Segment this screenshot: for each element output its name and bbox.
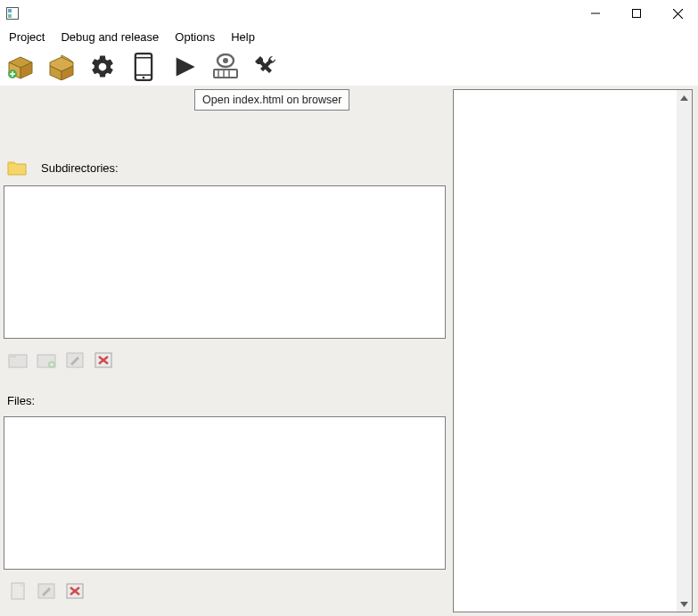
content-area: Subdirectories: Files: xyxy=(0,86,698,616)
toolbar: Open index.html on browser xyxy=(0,46,698,86)
svg-marker-45 xyxy=(680,602,688,607)
app-icon xyxy=(5,6,20,21)
folder-icon xyxy=(7,159,25,177)
menu-project[interactable]: Project xyxy=(4,29,50,45)
subdirs-label: Subdirectories: xyxy=(41,161,119,175)
device-button[interactable] xyxy=(128,52,159,82)
window-controls xyxy=(575,0,698,27)
svg-rect-24 xyxy=(214,70,237,78)
left-pane: Subdirectories: Files: xyxy=(0,86,453,616)
run-button[interactable] xyxy=(169,52,200,82)
svg-rect-29 xyxy=(9,355,16,357)
open-browser-button[interactable] xyxy=(210,52,241,82)
right-list[interactable] xyxy=(453,89,693,612)
files-label: Files: xyxy=(4,394,449,407)
maximize-button[interactable] xyxy=(616,0,657,27)
menu-debug[interactable]: Debug and release xyxy=(55,29,164,45)
scroll-up-button[interactable] xyxy=(677,90,692,105)
svg-marker-21 xyxy=(177,58,195,77)
svg-rect-2 xyxy=(8,14,12,18)
scrollbar[interactable] xyxy=(677,90,692,612)
menu-options[interactable]: Options xyxy=(169,29,220,45)
right-pane xyxy=(453,86,698,616)
minimize-button[interactable] xyxy=(575,0,616,27)
new-file-button[interactable] xyxy=(7,580,29,602)
scroll-down-button[interactable] xyxy=(677,596,692,612)
close-button[interactable] xyxy=(657,0,698,27)
edit-folder-button[interactable] xyxy=(64,349,86,371)
svg-point-20 xyxy=(143,77,145,79)
menu-help[interactable]: Help xyxy=(226,29,260,45)
files-list[interactable] xyxy=(4,416,446,570)
delete-folder-button[interactable] xyxy=(93,349,114,371)
subdirs-heading: Subdirectories: xyxy=(4,159,449,177)
delete-file-button[interactable] xyxy=(64,580,86,602)
edit-file-button[interactable] xyxy=(36,580,57,602)
new-folder-button[interactable] xyxy=(36,349,57,371)
tools-button[interactable] xyxy=(251,52,282,82)
menubar: Project Debug and release Options Help xyxy=(0,27,698,46)
open-project-button[interactable] xyxy=(46,52,77,82)
titlebar xyxy=(0,0,698,27)
svg-rect-4 xyxy=(633,10,641,18)
svg-point-23 xyxy=(223,58,228,63)
svg-rect-1 xyxy=(8,9,12,12)
tooltip: Open index.html on browser xyxy=(194,89,349,111)
subdirs-toolbar xyxy=(4,349,449,371)
files-toolbar xyxy=(4,580,449,602)
svg-marker-44 xyxy=(680,95,688,101)
new-project-button[interactable] xyxy=(5,52,36,82)
settings-button[interactable] xyxy=(87,52,118,82)
open-folder-button[interactable] xyxy=(7,349,29,371)
subdirectories-list[interactable] xyxy=(4,185,446,339)
